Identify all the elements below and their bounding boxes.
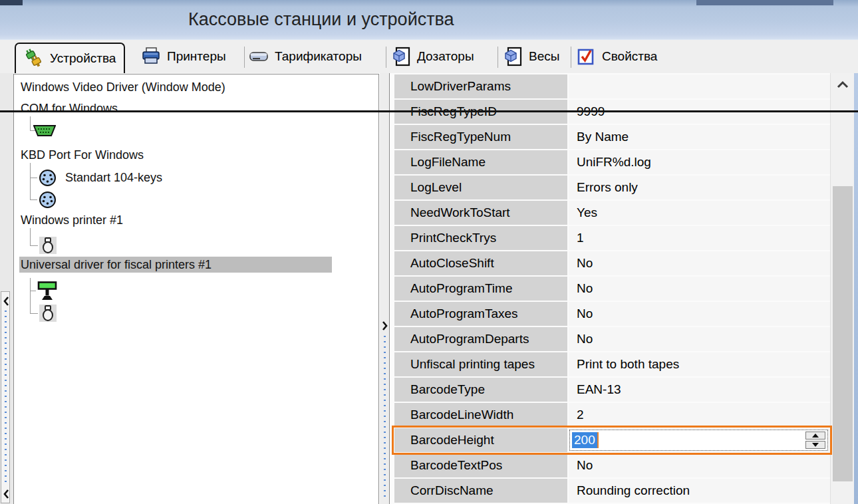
property-value[interactable]: No xyxy=(569,453,830,477)
grid-scrollbar[interactable] xyxy=(830,73,854,504)
property-value[interactable]: Yes xyxy=(569,201,830,225)
tab-separator xyxy=(386,47,386,68)
tab-scales[interactable]: Весы xyxy=(503,40,559,73)
splitter-dotted-line xyxy=(5,311,7,485)
tab-devices[interactable]: Устройства xyxy=(15,43,125,73)
tab-properties[interactable]: Свойства xyxy=(576,40,657,73)
property-row[interactable]: BarcodeTextPos No xyxy=(394,453,830,477)
property-value[interactable]: By Name xyxy=(569,125,830,149)
background-window-edge-right xyxy=(696,0,833,5)
receipt-printer-icon[interactable] xyxy=(39,305,57,324)
tab-dispensers[interactable]: Дозаторы xyxy=(391,40,474,73)
property-row[interactable]: BarcodeLineWidth 2 xyxy=(394,403,830,427)
property-name: LogLevel xyxy=(394,176,567,199)
ps2-port-icon[interactable] xyxy=(39,191,57,211)
tab-scales-label: Весы xyxy=(529,49,559,64)
com-port-icon[interactable] xyxy=(33,124,56,140)
property-value[interactable]: 2 xyxy=(569,403,830,427)
property-row[interactable]: AutoProgramTime No xyxy=(394,277,830,301)
spinner-control xyxy=(805,432,825,449)
property-name: Unfiscal printing tapes xyxy=(394,352,567,376)
devices-icon xyxy=(24,49,44,68)
tree-item[interactable]: Windows Video Driver (Window Mode) xyxy=(21,79,225,95)
panel-splitter[interactable] xyxy=(379,73,390,504)
tab-dispensers-label: Дозаторы xyxy=(417,49,474,64)
property-row[interactable]: FiscRegTypeNum By Name xyxy=(394,125,830,149)
property-value[interactable]: No xyxy=(569,302,830,326)
tab-properties-label: Свойства xyxy=(602,49,657,64)
receipt-printer-icon[interactable] xyxy=(39,237,57,257)
property-value[interactable]: Print to both tapes xyxy=(569,352,830,376)
property-row[interactable]: AutoCloseShift No xyxy=(394,251,830,275)
property-name: CorrDiscName xyxy=(394,479,567,503)
property-name: AutoProgramTime xyxy=(394,277,567,301)
property-value[interactable]: UniFR%d.log xyxy=(569,150,830,174)
property-name: AutoProgramTaxes xyxy=(394,302,567,326)
tree-connector xyxy=(30,199,37,200)
tree-connector xyxy=(30,178,37,178)
tree-connector xyxy=(30,278,31,314)
property-name: PrintCheckTrys xyxy=(394,226,567,250)
tab-printers[interactable]: Принтеры xyxy=(141,40,226,73)
property-value[interactable]: Rounding correction xyxy=(569,479,830,503)
properties-icon xyxy=(576,47,596,66)
property-row[interactable]: AutoProgramDeparts No xyxy=(394,327,830,351)
collapse-left-icon[interactable] xyxy=(3,296,9,309)
tree-item[interactable]: KBD Port For Windows xyxy=(21,147,144,163)
property-grid: LowDriverParams FiscRegTypeID 9999 FiscR… xyxy=(390,73,854,504)
scroll-up-icon[interactable] xyxy=(836,80,849,92)
property-row[interactable]: LogLevel Errors only xyxy=(394,176,830,199)
property-row[interactable]: NeedWorkToStart Yes xyxy=(394,201,830,225)
value-edit-input[interactable]: 200 xyxy=(569,430,828,451)
tab-separator xyxy=(498,47,498,68)
arrow-up-icon xyxy=(812,434,819,438)
tab-devices-label: Устройства xyxy=(50,51,116,66)
spin-down-button[interactable] xyxy=(805,441,825,449)
tree-item-selected[interactable]: Universal driver for fiscal printers #1 xyxy=(19,257,332,273)
tree-connector xyxy=(30,313,38,314)
dispenser-icon xyxy=(391,47,411,66)
property-row[interactable]: LowDriverParams xyxy=(394,74,830,98)
tree-connector xyxy=(30,245,38,246)
tree-connector xyxy=(30,116,31,131)
scrollbar-thumb[interactable] xyxy=(833,186,853,481)
window-title: Кассовые станции и устройства xyxy=(188,9,454,30)
property-row[interactable]: PrintCheckTrys 1 xyxy=(394,226,830,250)
property-value[interactable]: No xyxy=(569,327,830,351)
arrow-down-icon xyxy=(812,443,819,447)
property-row-editing[interactable]: BarcodeHeight 200 xyxy=(394,428,830,452)
property-name: BarcodeLineWidth xyxy=(394,403,567,427)
property-row[interactable]: CorrDiscName Rounding correction xyxy=(394,479,830,503)
customer-display-icon[interactable] xyxy=(37,281,58,304)
property-value[interactable]: Errors only xyxy=(569,176,830,199)
collapse-left-icon[interactable] xyxy=(3,489,9,502)
property-value[interactable]: No xyxy=(569,277,830,301)
title-bar: Кассовые станции и устройства xyxy=(0,0,858,40)
property-row[interactable]: BarcodeType EAN-13 xyxy=(394,378,830,402)
property-row[interactable]: AutoProgramTaxes No xyxy=(394,302,830,326)
ps2-port-icon[interactable] xyxy=(39,169,57,189)
property-row[interactable]: LogFileName UniFR%d.log xyxy=(394,150,830,174)
property-name: NeedWorkToStart xyxy=(394,201,567,225)
property-name: AutoCloseShift xyxy=(394,251,567,275)
property-name: FiscRegTypeNum xyxy=(394,125,567,149)
tree-item[interactable]: COM for Windows xyxy=(21,100,118,116)
tab-tariffers-label: Тарификаторы xyxy=(275,49,362,64)
tab-separator xyxy=(571,47,571,68)
tree-item[interactable]: Standart 104-keys xyxy=(65,170,162,186)
tree-item[interactable]: Windows printer #1 xyxy=(21,212,123,228)
property-value[interactable]: No xyxy=(569,251,830,275)
property-rows: LowDriverParams FiscRegTypeID 9999 FiscR… xyxy=(394,74,830,504)
property-name: BarcodeTextPos xyxy=(394,453,567,477)
property-row[interactable]: Unfiscal printing tapes Print to both ta… xyxy=(394,352,830,376)
tab-tariffers[interactable]: Тарификаторы xyxy=(249,40,362,73)
tab-separator xyxy=(244,47,245,68)
property-value[interactable]: EAN-13 xyxy=(569,378,830,402)
left-collapse-splitter[interactable] xyxy=(1,291,10,503)
splitter-dotted-line xyxy=(384,336,386,499)
expand-right-icon[interactable] xyxy=(382,320,388,334)
property-value[interactable]: 1 xyxy=(569,226,830,250)
property-value-edit-cell[interactable]: 200 xyxy=(569,428,830,452)
spin-up-button[interactable] xyxy=(805,432,825,440)
property-value[interactable] xyxy=(569,74,830,98)
